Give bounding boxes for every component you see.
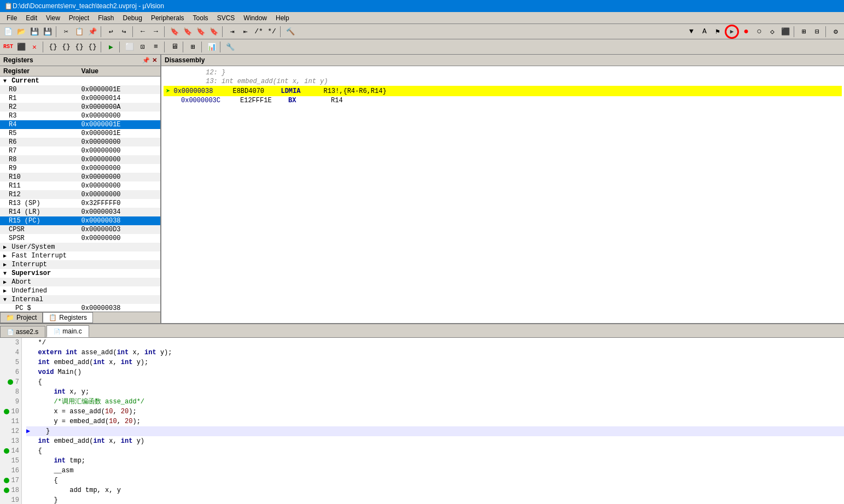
tb-save[interactable]: 💾 bbox=[28, 26, 40, 38]
reg-value: 0x00000034 bbox=[78, 208, 160, 216]
tb-indent[interactable]: ⇥ bbox=[226, 26, 238, 38]
reg-row-r11[interactable]: R110x00000000 bbox=[0, 181, 160, 190]
tb-bookmark4[interactable]: 🔖 bbox=[208, 26, 220, 38]
reg-row-r10[interactable]: R100x00000000 bbox=[0, 173, 160, 181]
reg-row-r2[interactable]: R20x0000000A bbox=[0, 103, 160, 112]
tb-stop[interactable]: ⬛ bbox=[779, 26, 791, 38]
tb-save2[interactable]: 💾 bbox=[42, 26, 54, 38]
reg-row-r3[interactable]: R30x00000000 bbox=[0, 112, 160, 120]
breakpoint-dot[interactable] bbox=[4, 448, 9, 454]
tb-braces4[interactable]: {} bbox=[86, 41, 98, 53]
reg-group-internal[interactable]: ▼ Internal bbox=[0, 295, 160, 304]
dis-hex-2: E12FFF1E bbox=[240, 97, 284, 104]
menu-item-file[interactable]: File bbox=[2, 13, 21, 23]
tb-btn-a[interactable]: A bbox=[699, 26, 711, 38]
tab-registers-bottom[interactable]: 📋 Registers bbox=[43, 312, 93, 323]
tb-chart[interactable]: 📊 bbox=[206, 41, 218, 53]
tb-forward[interactable]: → bbox=[150, 26, 162, 38]
sep14 bbox=[201, 42, 203, 52]
reg-value: 0x00000000 bbox=[78, 234, 160, 243]
tb-window[interactable]: ⬜ bbox=[124, 41, 136, 53]
reg-name: R0 bbox=[0, 85, 78, 94]
tb-cut[interactable]: ✂ bbox=[60, 26, 72, 38]
reg-row-r8[interactable]: R80x00000000 bbox=[0, 155, 160, 164]
tb-btn-b[interactable]: ⚑ bbox=[712, 26, 724, 38]
reg-row-r15pc[interactable]: R15 (PC)0x00000038 bbox=[0, 216, 160, 225]
reg-row-r1[interactable]: R10x00000014 bbox=[0, 94, 160, 103]
tb-bookmark1[interactable]: 🔖 bbox=[168, 26, 181, 38]
reg-row-spsr[interactable]: SPSR0x00000000 bbox=[0, 234, 160, 243]
tb-diamond[interactable]: ◇ bbox=[766, 26, 778, 38]
tb-grid[interactable]: ⊞ bbox=[187, 41, 199, 53]
tb-layout2[interactable]: ⊟ bbox=[811, 26, 823, 38]
tb-red-circle[interactable]: ● bbox=[740, 26, 752, 38]
reg-row-r7[interactable]: R70x00000000 bbox=[0, 146, 160, 155]
tb-braces3[interactable]: {} bbox=[73, 41, 85, 53]
tb-run-btn[interactable]: ▶ bbox=[725, 25, 739, 39]
menu-item-project[interactable]: Project bbox=[65, 13, 94, 23]
tb-bookmark2[interactable]: 🔖 bbox=[182, 26, 194, 38]
tb-uncomment[interactable]: */ bbox=[266, 26, 278, 38]
reg-group-supervisor[interactable]: ▼ Supervisor bbox=[0, 269, 160, 278]
reg-group-abort[interactable]: ▶ Abort bbox=[0, 278, 160, 286]
tb-undo[interactable]: ↩ bbox=[105, 26, 117, 38]
tb-new[interactable]: 📄 bbox=[2, 26, 14, 38]
tb-braces2[interactable]: {} bbox=[60, 41, 72, 53]
tb-back[interactable]: ← bbox=[137, 26, 149, 38]
tb-monitor[interactable]: 🖥 bbox=[168, 41, 181, 53]
tab-project[interactable]: 📁 Project bbox=[0, 312, 43, 323]
menu-item-peripherals[interactable]: Peripherals bbox=[147, 13, 189, 23]
reg-group-fast-interrupt[interactable]: ▶ Fast Interrupt bbox=[0, 251, 160, 260]
tb-x[interactable]: ✕ bbox=[28, 41, 40, 53]
menu-item-edit[interactable]: Edit bbox=[21, 13, 42, 23]
tb-dbg[interactable]: 🔧 bbox=[224, 41, 236, 53]
gutter-line-9: 9 bbox=[2, 397, 19, 407]
menu-item-help[interactable]: Help bbox=[271, 13, 294, 23]
reg-row-r13sp[interactable]: R13 (SP)0x32FFFFF0 bbox=[0, 199, 160, 208]
breakpoint-dot[interactable] bbox=[4, 478, 9, 483]
tb-bookmark3[interactable]: 🔖 bbox=[195, 26, 207, 38]
tab-mainc[interactable]: 📄 main.c bbox=[46, 325, 89, 337]
menu-item-svcs[interactable]: SVCS bbox=[213, 13, 240, 23]
tb-comment[interactable]: /* bbox=[253, 26, 265, 38]
reg-row-r0[interactable]: R00x0000001E bbox=[0, 85, 160, 94]
tb-redo[interactable]: ↪ bbox=[118, 26, 130, 38]
tb-paste[interactable]: 📌 bbox=[86, 26, 98, 38]
reg-row-r6[interactable]: R60x00000000 bbox=[0, 138, 160, 146]
reg-group-user/system[interactable]: ▶ User/System bbox=[0, 243, 160, 251]
tb-open[interactable]: 📂 bbox=[15, 26, 27, 38]
reg-group-interrupt[interactable]: ▶ Interrupt bbox=[0, 260, 160, 269]
reg-group-undefined[interactable]: ▶ Undefined bbox=[0, 286, 160, 295]
reg-row-r5[interactable]: R50x0000001E bbox=[0, 129, 160, 138]
tb-dropdown[interactable]: ▼ bbox=[685, 26, 697, 38]
reg-value: 0x0000001E bbox=[78, 85, 160, 94]
breakpoint-dot[interactable] bbox=[8, 379, 13, 385]
panel-pin-icon[interactable]: 📌 bbox=[142, 57, 150, 64]
tb-build[interactable]: 🔨 bbox=[284, 26, 296, 38]
menu-item-view[interactable]: View bbox=[42, 13, 65, 23]
tb-memory[interactable]: ≡ bbox=[150, 41, 162, 53]
breakpoint-dot[interactable] bbox=[4, 488, 9, 493]
reg-row-cpsr[interactable]: CPSR0x000000D3 bbox=[0, 225, 160, 234]
tb-play[interactable]: ▶ bbox=[105, 41, 117, 53]
menu-item-window[interactable]: Window bbox=[239, 13, 271, 23]
tab-asse2s[interactable]: 📄 asse2.s bbox=[0, 326, 45, 337]
reg-row-r14lr[interactable]: R14 (LR)0x00000034 bbox=[0, 208, 160, 216]
tb-unindent[interactable]: ⇤ bbox=[240, 26, 252, 38]
tb-rst[interactable]: RST bbox=[2, 41, 14, 53]
breakpoint-dot[interactable] bbox=[4, 409, 9, 414]
tb-circle[interactable]: ○ bbox=[753, 26, 765, 38]
panel-close-icon[interactable]: ✕ bbox=[152, 57, 157, 64]
menu-item-flash[interactable]: Flash bbox=[94, 13, 118, 23]
tb-settings[interactable]: ⚙ bbox=[830, 26, 842, 38]
tb-fullscreen[interactable]: ⊡ bbox=[137, 41, 149, 53]
menu-item-debug[interactable]: Debug bbox=[119, 13, 147, 23]
tb-braces1[interactable]: {} bbox=[47, 41, 59, 53]
reg-row-r9[interactable]: R90x00000000 bbox=[0, 164, 160, 173]
menu-item-tools[interactable]: Tools bbox=[189, 13, 213, 23]
reg-row-r12[interactable]: R120x00000000 bbox=[0, 190, 160, 199]
tb-layout[interactable]: ⊞ bbox=[798, 26, 810, 38]
tb-stop2[interactable]: ⬛ bbox=[15, 41, 27, 53]
reg-row-r4[interactable]: R40x0000001E bbox=[0, 120, 160, 129]
tb-copy[interactable]: 📋 bbox=[73, 26, 85, 38]
